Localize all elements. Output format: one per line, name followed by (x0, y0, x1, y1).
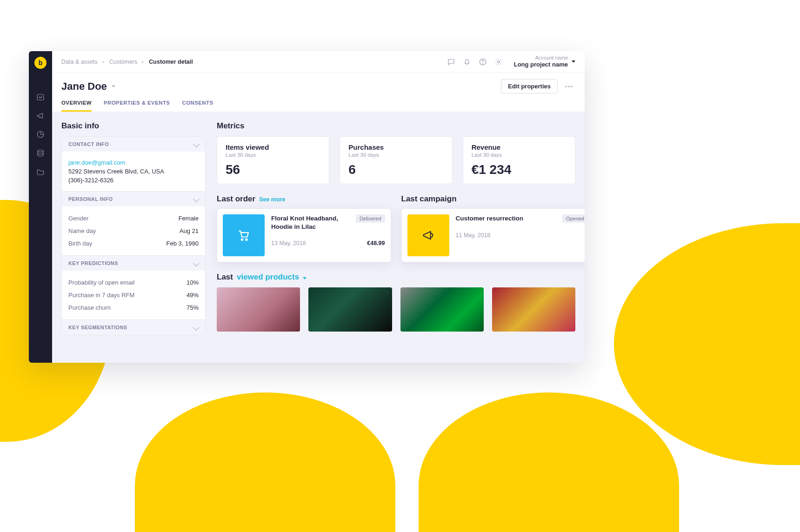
campaign-date: 11 May, 2018 (456, 232, 491, 239)
account-switcher[interactable]: Account name Long project name (514, 55, 575, 68)
tab-consents[interactable]: CONSENTS (182, 100, 213, 112)
project-name: Long project name (514, 61, 568, 68)
key-predictions-header[interactable]: KEY PREDICTIONS (62, 255, 205, 271)
help-icon[interactable] (479, 58, 487, 66)
chevron-right-icon: ▸ (102, 59, 105, 64)
kv-value: 49% (187, 292, 199, 299)
kv-label: Gender (68, 215, 88, 222)
basic-info-column: Basic info CONTACT INFO jane.doe@gmail.c… (61, 121, 206, 353)
sidebar: b (29, 51, 52, 363)
accordion-label: KEY SEGMENTATIONS (68, 325, 127, 330)
product-row (217, 287, 575, 332)
breadcrumb-current: Customer detail (149, 59, 193, 65)
chevron-down-icon (193, 141, 200, 147)
last-viewed-header[interactable]: Last viewed products (217, 273, 575, 282)
svg-point-10 (246, 239, 247, 241)
svg-point-6 (565, 86, 567, 87)
contact-info-header[interactable]: CONTACT INFO (62, 137, 205, 152)
data-icon[interactable] (36, 149, 45, 157)
folder-icon[interactable] (36, 167, 45, 176)
metric-sub: Last 30 days (348, 152, 443, 158)
chevron-down-icon (193, 324, 200, 331)
accordion-label: KEY PREDICTIONS (68, 260, 118, 266)
product-thumb[interactable] (308, 287, 392, 332)
accordion-label: CONTACT INFO (68, 141, 109, 147)
main-area: Data & assets ▸ Customers ▸ Customer det… (52, 51, 585, 363)
tabs: OVERVIEW PROPERTIES & EVENTS CONSENTS (52, 93, 585, 112)
metric-card-revenue: Revenue Last 30 days €1 234 (463, 136, 575, 184)
status-badge: Delivered (356, 214, 385, 223)
metrics-row: Items viewed Last 30 days 56 Purchases L… (217, 136, 575, 184)
metrics-title: Metrics (217, 121, 575, 131)
metric-value: 6 (348, 162, 443, 177)
more-button[interactable] (562, 80, 575, 93)
analytics-icon[interactable] (36, 130, 45, 139)
svg-point-4 (482, 63, 483, 64)
chevron-down-icon (193, 260, 200, 266)
kv-value: 75% (187, 304, 199, 311)
caret-down-icon (112, 85, 115, 87)
svg-point-7 (568, 86, 569, 87)
last-viewed-prefix: Last (217, 273, 233, 282)
product-thumb[interactable] (400, 287, 484, 332)
metric-title: Revenue (472, 143, 567, 151)
bell-icon[interactable] (463, 58, 471, 66)
gear-icon[interactable] (494, 58, 503, 66)
page-title[interactable]: Jane Doe (61, 80, 115, 93)
decorative-blob (419, 392, 679, 532)
kv-value: Feb 3, 1990 (167, 240, 199, 247)
metric-sub: Last 30 days (472, 152, 567, 158)
caret-down-icon (572, 60, 575, 63)
see-more-link[interactable]: See more (259, 196, 285, 203)
kv-value: Aug 21 (180, 227, 199, 234)
accordion-label: PERSONAL INFO (68, 196, 113, 202)
account-label: Account name (514, 55, 568, 61)
breadcrumb-link[interactable]: Data & assets (61, 59, 98, 65)
last-order-card[interactable]: Floral Knot Headband, Hoodie in Lilac De… (217, 208, 391, 262)
chat-icon[interactable] (447, 58, 455, 66)
campaigns-icon[interactable] (36, 112, 45, 120)
product-thumb[interactable] (217, 287, 300, 332)
svg-point-8 (571, 86, 572, 87)
breadcrumb-link[interactable]: Customers (109, 59, 137, 65)
kv-label: Birth day (68, 240, 92, 247)
caret-down-icon (303, 277, 307, 279)
cart-icon (223, 214, 265, 256)
product-thumb[interactable] (492, 287, 575, 332)
megaphone-icon (407, 214, 449, 256)
metric-sub: Last 30 days (226, 152, 320, 158)
kv-value: Female (179, 215, 199, 222)
order-price: €48.99 (367, 240, 385, 246)
order-date: 13 May, 2018 (271, 240, 306, 246)
titlebar: Jane Doe Edit properties (52, 73, 585, 93)
chevron-right-icon: ▸ (142, 59, 144, 64)
order-title: Floral Knot Headband, Hoodie in Lilac (271, 214, 351, 231)
tab-overview[interactable]: OVERVIEW (61, 100, 92, 112)
customer-email[interactable]: jane.doe@gmail.com (68, 159, 199, 166)
kv-label: Probability of open email (68, 279, 134, 286)
decorative-blob (135, 392, 395, 532)
customer-address: 5292 Stevens Creek Blvd, CA, USA (68, 168, 199, 175)
dashboard-icon[interactable] (36, 93, 45, 101)
kv-label: Purchase in 7 days RFM (68, 292, 134, 299)
key-segmentations-header[interactable]: KEY SEGMENTATIONS (62, 319, 205, 335)
page-title-text: Jane Doe (61, 80, 107, 93)
metric-card-items-viewed: Items viewed Last 30 days 56 (217, 136, 329, 184)
app-window: b Data & assets ▸ Customers ▸ Customer d… (29, 51, 585, 363)
kv-label: Name day (68, 227, 96, 234)
last-campaign-card[interactable]: Customer resurrection Opened 11 May, 201… (401, 208, 585, 262)
status-badge: Opened (562, 214, 585, 223)
chevron-down-icon (193, 196, 200, 202)
basic-info-title: Basic info (61, 121, 206, 131)
svg-point-2 (38, 150, 43, 152)
personal-info-header[interactable]: PERSONAL INFO (62, 191, 205, 206)
svg-point-9 (241, 239, 243, 241)
tab-properties-events[interactable]: PROPERTIES & EVENTS (104, 100, 170, 112)
last-viewed-accent: viewed products (237, 273, 299, 282)
metric-card-purchases: Purchases Last 30 days 6 (340, 136, 452, 184)
logo[interactable]: b (34, 57, 47, 69)
kv-value: 10% (187, 279, 199, 286)
kv-label: Purchase churn (68, 304, 111, 311)
edit-properties-button[interactable]: Edit properties (501, 79, 558, 93)
breadcrumb: Data & assets ▸ Customers ▸ Customer det… (61, 59, 193, 65)
